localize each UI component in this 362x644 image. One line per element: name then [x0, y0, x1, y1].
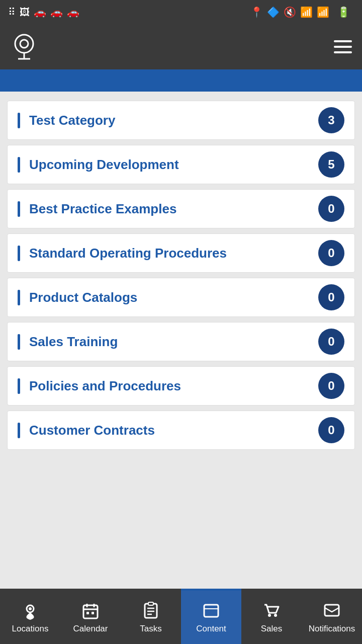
category-label: Sales Training	[29, 334, 118, 350]
status-bar-left: ⠿ 🖼 🚗 🚗 🚗	[8, 6, 79, 18]
signal-icon: 📶	[317, 6, 329, 18]
notifications-icon	[322, 601, 342, 621]
notification-icon: ⠿	[8, 6, 16, 18]
category-item-left: Customer Contracts	[18, 423, 318, 438]
svg-point-19	[268, 614, 271, 617]
nav-label-locations: Locations	[12, 624, 49, 634]
svg-point-20	[274, 614, 277, 617]
content-icon	[201, 601, 221, 621]
nav-label-notifications: Notifications	[309, 624, 355, 634]
bottom-nav: Locations Calendar Tasks	[0, 589, 362, 644]
status-bar-right: 📍 🔷 🔇 📶 📶 🔋	[250, 6, 354, 18]
category-item-2[interactable]: Upcoming Development 5	[7, 145, 355, 184]
category-item-4[interactable]: Standard Operating Procedures 0	[7, 233, 355, 273]
category-item-left: Test Category	[18, 113, 318, 128]
nav-label-calendar: Calendar	[73, 624, 108, 634]
category-badge: 0	[318, 417, 344, 443]
category-label: Product Catalogs	[29, 290, 137, 305]
car-icon2: 🚗	[50, 6, 63, 18]
category-item-8[interactable]: Customer Contracts 0	[7, 411, 355, 450]
bluetooth-icon: 🔷	[267, 6, 280, 18]
category-item-5[interactable]: Product Catalogs 0	[7, 278, 355, 317]
status-bar: ⠿ 🖼 🚗 🚗 🚗 📍 🔷 🔇 📶 📶 🔋	[0, 0, 362, 24]
svg-rect-16	[148, 602, 153, 605]
category-label: Upcoming Development	[29, 157, 179, 173]
category-item-1[interactable]: Test Category 3	[7, 101, 355, 140]
nav-item-tasks[interactable]: Tasks	[121, 589, 181, 644]
image-icon: 🖼	[20, 7, 30, 18]
nav-item-locations[interactable]: Locations	[0, 589, 60, 644]
mute-icon: 🔇	[284, 6, 296, 18]
svg-point-5	[29, 607, 32, 610]
sales-icon	[261, 601, 282, 621]
location-status-icon: 📍	[250, 6, 263, 18]
wifi-icon: 📶	[300, 6, 313, 18]
category-item-left: Sales Training	[18, 334, 318, 350]
svg-rect-6	[83, 605, 98, 618]
category-badge: 0	[318, 284, 344, 310]
menu-button[interactable]	[334, 40, 352, 53]
categories-header	[0, 69, 362, 92]
category-label: Test Category	[29, 113, 115, 128]
app-logo	[10, 33, 38, 61]
category-border	[18, 246, 20, 261]
category-badge: 0	[318, 373, 344, 399]
nav-label-tasks: Tasks	[140, 624, 161, 634]
category-label: Best Practice Examples	[29, 201, 176, 217]
car-icon1: 🚗	[34, 6, 46, 18]
nav-item-calendar[interactable]: Calendar	[60, 589, 121, 644]
top-header	[0, 24, 362, 69]
nav-item-content[interactable]: Content	[181, 589, 241, 644]
category-border	[18, 423, 20, 438]
category-badge: 0	[318, 196, 344, 222]
svg-rect-10	[86, 612, 89, 614]
category-item-left: Policies and Procedures	[18, 378, 318, 394]
category-label: Customer Contracts	[29, 423, 155, 438]
category-border	[18, 201, 20, 217]
category-list: Test Category 3 Upcoming Development 5 B…	[0, 92, 362, 589]
category-border	[18, 334, 20, 350]
category-label: Standard Operating Procedures	[29, 246, 227, 261]
svg-point-0	[15, 35, 33, 53]
nav-label-content: Content	[196, 624, 226, 634]
svg-rect-21	[325, 605, 339, 616]
category-badge: 5	[318, 151, 344, 178]
category-badge: 0	[318, 240, 344, 266]
car-icon3: 🚗	[67, 6, 79, 18]
category-border	[18, 157, 20, 173]
nav-label-sales: Sales	[261, 624, 283, 634]
svg-rect-11	[92, 612, 94, 614]
category-badge: 0	[318, 329, 344, 355]
category-item-left: Upcoming Development	[18, 157, 318, 173]
nav-item-sales[interactable]: Sales	[241, 589, 302, 644]
category-item-left: Best Practice Examples	[18, 201, 318, 217]
category-item-3[interactable]: Best Practice Examples 0	[7, 189, 355, 228]
tasks-icon	[141, 601, 161, 621]
category-item-left: Product Catalogs	[18, 290, 318, 305]
category-border	[18, 378, 20, 394]
battery-icon: 🔋	[337, 6, 350, 18]
category-label: Policies and Procedures	[29, 378, 181, 394]
category-item-left: Standard Operating Procedures	[18, 246, 318, 261]
svg-point-1	[20, 40, 28, 48]
svg-rect-17	[204, 605, 218, 617]
category-item-7[interactable]: Policies and Procedures 0	[7, 366, 355, 406]
category-item-6[interactable]: Sales Training 0	[7, 322, 355, 361]
nav-item-notifications[interactable]: Notifications	[302, 589, 362, 644]
category-border	[18, 113, 20, 128]
locations-icon	[20, 601, 40, 621]
calendar-icon	[80, 601, 101, 621]
category-border	[18, 290, 20, 305]
category-badge: 3	[318, 107, 344, 133]
